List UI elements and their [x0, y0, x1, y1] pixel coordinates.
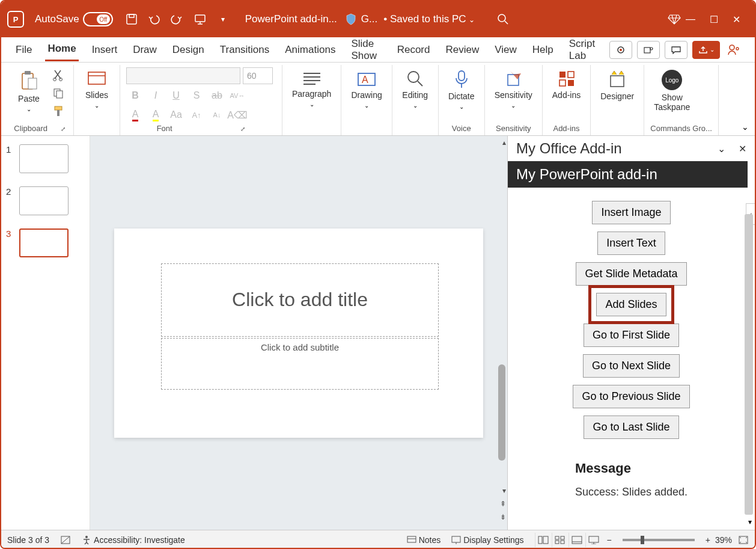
svg-rect-20 — [55, 106, 62, 110]
tab-draw[interactable]: Draw — [130, 39, 159, 61]
notes-button[interactable]: Notes — [407, 535, 441, 545]
change-case-icon[interactable]: Aa — [167, 107, 185, 123]
slide-counter[interactable]: Slide 3 of 3 — [7, 535, 49, 545]
clear-format-icon[interactable]: A⌫ — [228, 107, 246, 123]
clipboard-launcher-icon[interactable]: ⤢ — [61, 126, 66, 132]
font-name-input[interactable] — [126, 67, 240, 84]
prev-slide-button[interactable]: Go to Previous Slide — [573, 385, 689, 408]
taskpane-scrollbar[interactable]: ▾ — [743, 214, 755, 530]
minimize-button[interactable]: — — [686, 14, 695, 25]
strikethrough-icon[interactable]: ab — [208, 88, 226, 103]
spellcheck-icon[interactable] — [60, 535, 71, 545]
prev-slide-icon[interactable]: ⇞ — [500, 500, 506, 508]
present-icon[interactable] — [191, 10, 209, 28]
zoom-out-icon[interactable]: − — [607, 535, 612, 545]
scroll-thumb[interactable] — [498, 364, 505, 461]
teams-button[interactable] — [637, 41, 660, 59]
next-slide-button[interactable]: Go to Next Slide — [583, 354, 680, 378]
drawing-button[interactable]: A Drawing ⌄ — [347, 67, 385, 111]
search-icon[interactable] — [494, 10, 512, 28]
tab-review[interactable]: Review — [443, 39, 481, 61]
slideshow-view-icon[interactable] — [585, 533, 602, 547]
diamond-icon[interactable] — [665, 10, 683, 28]
zoom-slider[interactable] — [623, 539, 695, 541]
shadow-icon[interactable]: S — [187, 88, 206, 103]
subtitle-placeholder[interactable]: Click to add subtitle — [161, 338, 439, 390]
italic-icon[interactable]: I — [147, 88, 165, 103]
taskpane-scroll-down-icon[interactable]: ▾ — [748, 518, 752, 526]
tab-view[interactable]: View — [492, 39, 519, 61]
vertical-scrollbar[interactable]: ▴ ▾ ⇞ ⇟ — [496, 136, 507, 530]
collab-icon[interactable] — [725, 44, 743, 56]
undo-icon[interactable] — [145, 10, 163, 28]
addins-button[interactable]: Add-ins — [549, 67, 584, 102]
taskpane-menu-icon[interactable]: ⌄ — [718, 143, 725, 155]
redo-icon[interactable] — [168, 10, 186, 28]
share-button[interactable]: ⌄ — [692, 41, 720, 59]
font-launcher-icon[interactable]: ⤢ — [240, 126, 245, 132]
insert-image-button[interactable]: Insert Image — [592, 201, 670, 224]
accessibility-status[interactable]: Accessibility: Investigate — [82, 535, 185, 545]
cut-icon[interactable] — [49, 67, 67, 83]
qat-customize-icon[interactable]: ▾ — [214, 10, 232, 28]
copy-icon[interactable] — [49, 85, 67, 101]
reading-view-icon[interactable] — [569, 533, 585, 547]
tab-script-lab[interactable]: Script Lab — [567, 33, 599, 67]
highlight-icon[interactable]: A — [147, 107, 165, 123]
scroll-up-icon[interactable]: ▴ — [502, 138, 506, 147]
designer-button[interactable]: Designer — [597, 67, 638, 103]
normal-view-icon[interactable] — [535, 533, 552, 547]
increase-font-icon[interactable]: A↑ — [187, 107, 206, 123]
paste-button[interactable]: Paste ⌄ — [12, 67, 46, 115]
title-placeholder[interactable]: Click to add title — [161, 263, 439, 337]
format-painter-icon[interactable] — [49, 103, 67, 119]
show-taskpane-button[interactable]: Logo Show Taskpane — [650, 67, 694, 114]
bold-icon[interactable]: B — [126, 88, 144, 103]
tab-file[interactable]: File — [13, 39, 34, 61]
zoom-level[interactable]: 39% — [715, 535, 732, 545]
close-button[interactable]: ✕ — [733, 14, 740, 25]
display-settings-button[interactable]: Display Settings — [451, 535, 523, 545]
last-slide-button[interactable]: Go to Last Slide — [584, 416, 678, 439]
thumbnail-2[interactable]: 2 — [6, 186, 85, 215]
font-color-icon[interactable]: A — [126, 107, 144, 123]
editing-button[interactable]: Editing ⌄ — [398, 67, 432, 111]
character-spacing-icon[interactable]: AV↔ — [228, 88, 246, 103]
first-slide-button[interactable]: Go to First Slide — [584, 324, 679, 347]
scroll-down-icon[interactable]: ▾ — [502, 486, 506, 495]
ribbon-collapse-icon[interactable]: ⌄ — [742, 122, 749, 132]
tab-help[interactable]: Help — [530, 39, 556, 61]
tab-design[interactable]: Design — [170, 39, 207, 61]
save-icon[interactable] — [123, 10, 141, 28]
font-size-input[interactable]: 60 — [243, 67, 273, 84]
tab-record[interactable]: Record — [395, 39, 433, 61]
sorter-view-icon[interactable] — [552, 533, 569, 547]
autosave-toggle[interactable]: Off — [83, 12, 113, 26]
taskpane-close-icon[interactable]: ✕ — [739, 143, 746, 155]
underline-icon[interactable]: U — [167, 88, 185, 103]
fit-to-window-icon[interactable] — [738, 535, 749, 545]
saved-status[interactable]: • Saved to this PC ⌄ — [383, 13, 475, 25]
insert-text-button[interactable]: Insert Text — [597, 232, 665, 255]
paragraph-button[interactable]: Paragraph ⌄ — [288, 67, 335, 110]
add-slides-button[interactable]: Add Slides — [596, 293, 666, 316]
thumbnail-1[interactable]: 1 — [6, 144, 85, 173]
slides-button[interactable]: Slides ⌄ — [80, 67, 114, 111]
tab-home[interactable]: Home — [45, 38, 78, 61]
comments-button[interactable] — [665, 41, 687, 59]
zoom-in-icon[interactable]: + — [706, 535, 710, 545]
tab-insert[interactable]: Insert — [90, 39, 120, 61]
thumbnail-3[interactable]: 3 — [6, 228, 85, 257]
decrease-font-icon[interactable]: A↓ — [208, 107, 226, 123]
tab-transitions[interactable]: Transitions — [218, 39, 272, 61]
sensitivity-button[interactable]: Sensitivity ⌄ — [491, 67, 536, 111]
tab-animations[interactable]: Animations — [282, 39, 338, 61]
tab-slide-show[interactable]: Slide Show — [349, 33, 383, 67]
camera-button[interactable] — [609, 41, 632, 59]
dictate-button[interactable]: Dictate ⌄ — [445, 67, 478, 112]
maximize-button[interactable]: ☐ — [710, 14, 718, 25]
slide-canvas[interactable]: Click to add title Click to add subtitle… — [90, 136, 507, 530]
account-short[interactable]: G... — [361, 13, 377, 25]
get-metadata-button[interactable]: Get Slide Metadata — [576, 262, 686, 286]
next-slide-icon[interactable]: ⇟ — [500, 513, 506, 521]
